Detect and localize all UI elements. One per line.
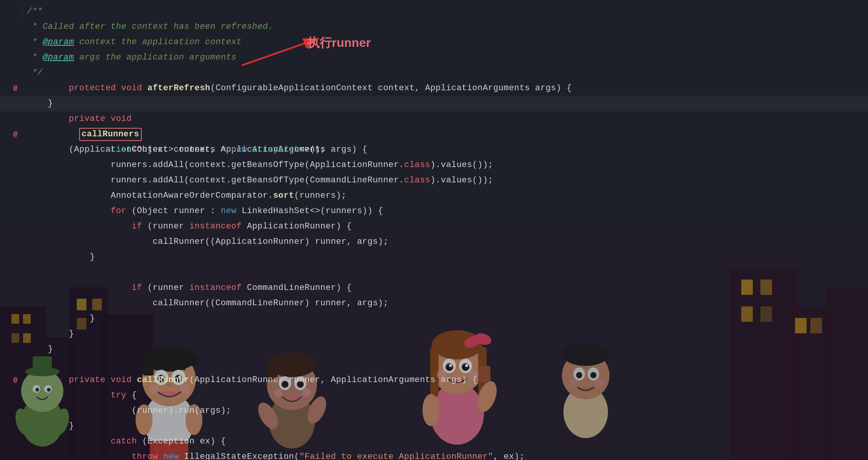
code-line: @ protected void afterRefresh(Configurab… xyxy=(0,81,868,96)
code-line: callRunner((CommandLineRunner) runner, a… xyxy=(0,296,868,311)
code-line: throw new IllegalStateException("Failed … xyxy=(0,449,868,460)
code-line: } xyxy=(0,250,868,265)
code-line: /** xyxy=(0,4,868,19)
code-line: (runner).run(args); xyxy=(0,403,868,419)
code-token: * @param context the application context xyxy=(27,35,242,50)
code-line: } xyxy=(0,342,868,357)
code-token: } xyxy=(27,326,74,342)
gutter-at: @ xyxy=(4,131,27,138)
code-token: } xyxy=(27,311,95,326)
code-content: /** * Called after the context has been … xyxy=(0,0,868,460)
code-line: * Called after the context has been refr… xyxy=(0,19,868,35)
gutter-at: @ xyxy=(4,376,27,384)
code-line: * @param context the application context xyxy=(0,35,868,50)
gutter-at: @ xyxy=(4,84,27,92)
code-line: * @param args the application arguments xyxy=(0,50,868,65)
code-token: * Called after the context has been refr… xyxy=(27,19,273,35)
code-token: throw new IllegalStateException("Failed … xyxy=(27,434,525,460)
code-token: * @param args the application arguments xyxy=(27,50,237,65)
code-line: } xyxy=(0,326,868,342)
code-token: /** xyxy=(27,4,43,19)
code-token: } xyxy=(27,342,53,357)
code-line: } xyxy=(0,311,868,326)
code-line: callRunner((ApplicationRunner) runner, a… xyxy=(0,234,868,250)
code-token: } xyxy=(27,250,95,265)
code-editor: /** * Called after the context has been … xyxy=(0,0,868,460)
